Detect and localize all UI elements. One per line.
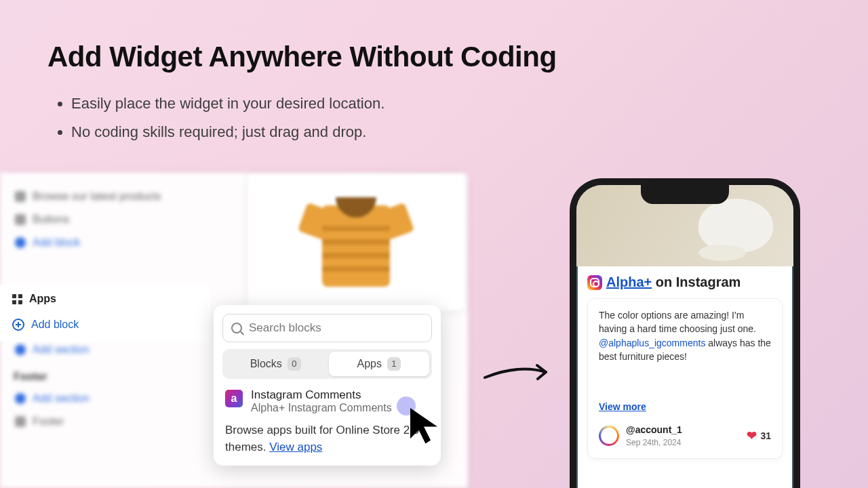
search-icon [231,323,242,333]
search-placeholder: Search blocks [249,321,321,335]
instagram-icon [587,275,602,290]
apps-section-header: Apps [0,287,210,310]
page-heading: Add Widget Anywhere Without Coding [47,41,557,73]
tshirt-image [295,192,417,293]
editor-apps-zone: Apps Add block [0,285,210,342]
phone-notch [641,185,729,204]
cursor-icon [407,405,448,445]
widget-title: Alpha+ on Instagram [587,274,783,290]
bullet-item: Easily place the widget in your desired … [71,89,384,118]
mention-link[interactable]: @alphaplus_igcomments [599,338,705,348]
view-more-link[interactable]: View more [599,400,646,413]
brand-link[interactable]: Alpha+ [606,274,652,289]
tab-blocks[interactable]: Blocks 0 [225,352,326,376]
app-picker-description: Browse apps built for Online Store 2.0 t… [222,414,432,457]
heart-icon: ❤ [747,427,757,445]
plus-circle-icon [12,319,24,331]
blocks-count-badge: 0 [288,357,301,371]
bullet-item: No coding skills required; just drag and… [71,118,384,146]
app-title: Instagram Comments [251,388,392,402]
search-blocks-input[interactable]: Search blocks [222,314,432,342]
feature-bullets: Easily place the widget in your desired … [71,89,384,146]
avatar [599,426,619,446]
comment-card: The color options are amazing! I'm havin… [587,298,783,459]
app-icon [225,390,243,407]
phone-mockup: Alpha+ on Instagram The color options ar… [570,178,800,488]
theme-preview-product [248,175,465,310]
apps-count-badge: 1 [387,357,401,371]
apps-icon [12,294,22,304]
app-subtitle: Alpha+ Instagram Comments [251,402,392,414]
add-block-label: Add block [31,319,79,331]
arrow-icon [481,357,556,391]
account-handle: @account_1 [626,423,682,436]
block-picker-tabs: Blocks 0 Apps 1 [222,349,432,379]
apps-section-label: Apps [29,293,56,305]
tab-apps[interactable]: Apps 1 [329,352,430,376]
add-block-button[interactable]: Add block [0,310,210,339]
view-apps-link[interactable]: View apps [269,441,322,453]
post-date: Sep 24th, 2024 [626,437,682,449]
like-count[interactable]: ❤ 31 [747,427,771,445]
